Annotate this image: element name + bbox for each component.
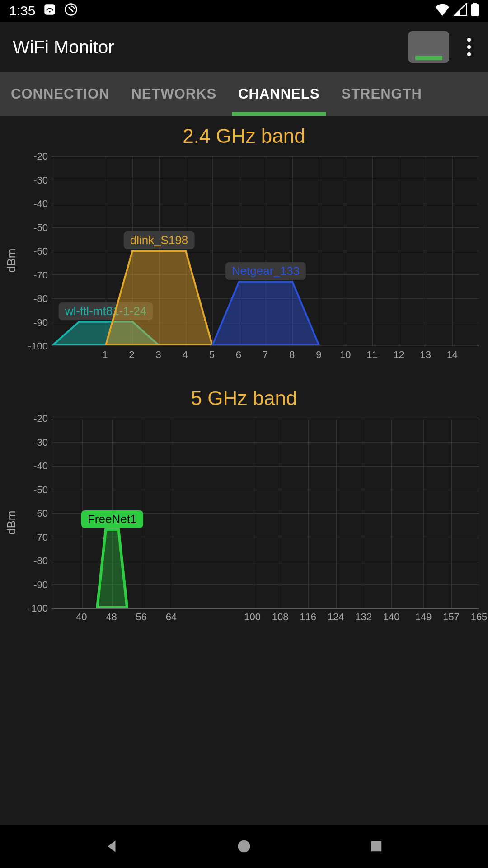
y-axis-label-24: dBm bbox=[5, 156, 23, 364]
y-tick: -50 bbox=[33, 222, 48, 234]
y-tick: -60 bbox=[33, 508, 48, 519]
network-label[interactable]: FreeNet1 bbox=[81, 510, 143, 528]
tab-networks[interactable]: NETWORKS bbox=[120, 72, 227, 116]
x-tick: 13 bbox=[420, 349, 431, 361]
signal-view-button[interactable] bbox=[408, 31, 449, 63]
x-tick: 5 bbox=[209, 349, 215, 361]
nav-back-button[interactable] bbox=[103, 837, 121, 855]
y-tick: -90 bbox=[33, 317, 48, 329]
x-tick: 4 bbox=[183, 349, 188, 361]
y-axis-label-5: dBm bbox=[5, 419, 23, 627]
x-tick: 40 bbox=[76, 611, 87, 623]
svg-rect-0 bbox=[45, 4, 55, 14]
x-tick: 100 bbox=[244, 611, 261, 623]
y-tick: -60 bbox=[33, 245, 48, 257]
y-tick: -30 bbox=[33, 175, 48, 186]
chart-title-5: 5 GHz band bbox=[5, 387, 483, 410]
y-tick: -20 bbox=[33, 413, 48, 425]
svg-point-1 bbox=[49, 10, 51, 12]
tab-channels[interactable]: CHANNELS bbox=[227, 72, 330, 116]
x-tick: 7 bbox=[263, 349, 268, 361]
content-area[interactable]: 2.4 GHz band dBm -20-30-40-50-60-70-80-9… bbox=[0, 116, 488, 825]
svg-rect-10 bbox=[371, 841, 382, 852]
network-label[interactable]: wl-ftl-mt81-1-24 bbox=[59, 302, 153, 320]
x-tick: 8 bbox=[289, 349, 295, 361]
x-tick: 64 bbox=[166, 611, 177, 623]
y-tick: -30 bbox=[33, 437, 48, 448]
y-tick: -90 bbox=[33, 579, 48, 591]
x-tick: 140 bbox=[383, 611, 400, 623]
status-bar: 1:35 bbox=[0, 0, 488, 22]
svg-rect-4 bbox=[473, 3, 477, 5]
x-tick: 108 bbox=[272, 611, 289, 623]
x-tick: 132 bbox=[355, 611, 372, 623]
svg-point-9 bbox=[238, 840, 250, 853]
x-tick: 11 bbox=[366, 349, 377, 361]
x-tick: 124 bbox=[328, 611, 344, 623]
tab-strength[interactable]: STRENGTH bbox=[330, 72, 433, 116]
network-label[interactable]: Netgear_133 bbox=[225, 262, 306, 280]
x-tick: 14 bbox=[447, 349, 458, 361]
y-tick: -80 bbox=[33, 293, 48, 305]
svg-rect-3 bbox=[471, 4, 479, 16]
x-tick: 12 bbox=[393, 349, 404, 361]
x-tick: 56 bbox=[136, 611, 146, 623]
nav-home-button[interactable] bbox=[235, 837, 253, 855]
network-label[interactable]: dlink_S198 bbox=[124, 231, 195, 249]
y-tick: -100 bbox=[28, 340, 48, 352]
app-bar: WiFi Monitor bbox=[0, 22, 488, 72]
wifi-icon bbox=[435, 3, 450, 19]
navigation-bar bbox=[0, 825, 488, 868]
y-tick: -70 bbox=[33, 532, 48, 543]
x-tick: 157 bbox=[443, 611, 460, 623]
x-tick: 48 bbox=[106, 611, 117, 623]
overflow-menu-button[interactable] bbox=[463, 38, 475, 56]
tab-connection[interactable]: CONNECTION bbox=[0, 72, 120, 116]
wifi-app-indicator-icon bbox=[43, 3, 56, 19]
y-tick: -70 bbox=[33, 269, 48, 281]
x-tick: 2 bbox=[129, 349, 134, 361]
x-tick: 1 bbox=[102, 349, 108, 361]
x-tick: 10 bbox=[340, 349, 351, 361]
cellular-icon bbox=[454, 3, 467, 19]
chart-title-24: 2.4 GHz band bbox=[5, 125, 483, 147]
app-title: WiFi Monitor bbox=[13, 37, 114, 57]
x-tick: 165 bbox=[471, 611, 488, 623]
nav-recent-button[interactable] bbox=[367, 837, 385, 855]
no-sync-icon bbox=[64, 3, 78, 19]
x-tick: 9 bbox=[316, 349, 321, 361]
chart-24ghz: 2.4 GHz band dBm -20-30-40-50-60-70-80-9… bbox=[0, 116, 488, 378]
y-tick: -80 bbox=[33, 555, 48, 567]
x-tick: 116 bbox=[300, 611, 316, 623]
battery-icon bbox=[471, 3, 479, 19]
x-tick: 149 bbox=[415, 611, 432, 623]
y-tick: -50 bbox=[33, 484, 48, 496]
y-tick: -20 bbox=[33, 151, 48, 162]
x-tick: 6 bbox=[236, 349, 241, 361]
tab-bar: CONNECTION NETWORKS CHANNELS STRENGTH bbox=[0, 72, 488, 116]
y-tick: -100 bbox=[28, 603, 48, 614]
x-tick: 3 bbox=[155, 349, 161, 361]
status-time: 1:35 bbox=[9, 3, 35, 19]
y-tick: -40 bbox=[33, 198, 48, 210]
chart-5ghz: 5 GHz band dBm -20-30-40-50-60-70-80-90-… bbox=[0, 378, 488, 640]
y-tick: -40 bbox=[33, 460, 48, 472]
